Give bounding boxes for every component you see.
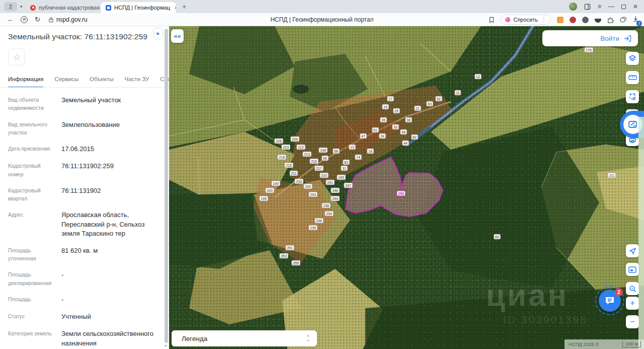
new-tab-button[interactable]: +	[179, 2, 189, 12]
parcel-number-label[interactable]: 63	[426, 101, 433, 107]
yandex-home-icon[interactable]: Я	[21, 16, 28, 23]
parcel-number-label[interactable]: 226	[290, 136, 299, 142]
parcel-number-label[interactable]: 199	[271, 181, 280, 186]
restore-button[interactable]	[621, 5, 626, 9]
extension-icon[interactable]	[595, 19, 601, 23]
parcel-number-label[interactable]: 31	[341, 166, 348, 171]
parcel-number-label[interactable]: 236	[314, 218, 324, 224]
parcel-number-label[interactable]: 38	[405, 117, 412, 123]
extension-icon[interactable]	[570, 17, 576, 23]
parcel-number-label[interactable]: 255	[291, 260, 300, 266]
tab-close-icon[interactable]: ✕	[174, 5, 176, 11]
parcel-number-label[interactable]: 13	[349, 145, 356, 150]
parcel-number-label[interactable]: 35	[380, 117, 387, 123]
parcel-number-label[interactable]: 24	[379, 133, 386, 139]
downloads-button[interactable]: 7	[632, 15, 639, 24]
parcel-number-label[interactable]: 18	[367, 149, 374, 154]
tab-groups-icon[interactable]	[620, 17, 626, 23]
parcel-number-label[interactable]: 195	[259, 196, 268, 201]
browser-menu-icon[interactable]: ≡	[598, 4, 601, 10]
measure-button[interactable]	[626, 71, 639, 84]
parcel-number-label[interactable]: 218	[277, 155, 286, 160]
parcel-number-label[interactable]: 12	[474, 74, 481, 80]
ask-ai-button[interactable]: Спросить ⋮	[501, 15, 551, 25]
tab-information[interactable]: Информация	[8, 73, 43, 88]
tab-counter[interactable]: 2	[4, 2, 17, 11]
login-bar[interactable]: Войти	[542, 30, 638, 46]
close-window-button[interactable]: ✕	[633, 4, 638, 10]
parcel-number-label[interactable]: 251	[285, 245, 294, 251]
panels-icon[interactable]	[584, 4, 591, 10]
parcel-number-label[interactable]: 19	[382, 104, 389, 110]
parcel-number-label[interactable]: 217	[314, 166, 324, 171]
legend-toggle[interactable]: Легенда ⌃⌄	[172, 330, 317, 346]
ask-more-icon[interactable]: ⋮	[541, 17, 546, 23]
parcel-number-label[interactable]: 74	[355, 155, 362, 160]
zoom-in-button[interactable]: +	[626, 297, 639, 310]
parcel-number-label[interactable]: 11	[454, 90, 461, 96]
search-on-map-button[interactable]	[626, 282, 639, 295]
parcel-number-label[interactable]: 240	[303, 184, 312, 189]
parcel-number-label[interactable]: 225	[274, 138, 283, 144]
parcel-number-label[interactable]: 51	[372, 127, 379, 133]
parcel-number-label[interactable]: 244	[331, 196, 340, 201]
parcel-number-label[interactable]: 82	[411, 134, 418, 140]
tab-objects[interactable]: Объекты	[90, 73, 113, 88]
parcel-number-label[interactable]: 216	[309, 159, 318, 164]
bookmark-icon[interactable]	[489, 17, 495, 23]
parcel-number-label[interactable]: 60	[494, 234, 501, 240]
parcel-number-label[interactable]: 58	[333, 149, 340, 154]
parcel-number-label[interactable]: 47	[360, 133, 367, 139]
parcel-number-label[interactable]: 233	[294, 179, 303, 184]
refresh-button[interactable]: ↻	[35, 16, 40, 23]
zoom-out-button[interactable]: −	[626, 315, 639, 328]
map-canvas[interactable]: циан ID 303901398 1761211171925353833514…	[169, 26, 644, 349]
extension-icon[interactable]	[557, 17, 564, 23]
parcel-number-label[interactable]: 21	[414, 106, 421, 111]
parcel-number-label[interactable]: 213	[302, 152, 311, 157]
parcel-number-label[interactable]: 223	[281, 145, 290, 150]
tab-list-chevron-icon[interactable]: ▾	[17, 2, 25, 11]
parcel-number-label[interactable]: 235	[308, 225, 317, 231]
parcel-number-label[interactable]: 66	[321, 156, 329, 161]
minimize-button[interactable]: —	[608, 4, 614, 10]
globe-extension-icon[interactable]	[582, 17, 589, 23]
parcel-number-label[interactable]: 108	[318, 148, 328, 153]
favorite-star-button[interactable]: ☆	[8, 48, 25, 65]
parcel-number-label[interactable]: 176	[584, 47, 593, 53]
parcel-number-label[interactable]: 211	[289, 171, 298, 176]
browser-tab-active[interactable]: НСПД | Геоинформац ✕	[101, 2, 176, 13]
address-bar[interactable]: nspd.gov.ru	[48, 16, 88, 23]
parcel-number-label[interactable]: 215	[284, 163, 293, 168]
parcel-number-label[interactable]: 238	[321, 203, 331, 208]
parcel-number-label[interactable]: 17	[387, 96, 394, 102]
parcel-number-label[interactable]: 44	[402, 141, 409, 146]
parcel-number-label[interactable]: 253	[279, 253, 288, 259]
tabs-scroll-right-button[interactable]: ▶	[153, 28, 163, 39]
profile-avatar[interactable]	[569, 3, 577, 11]
parcel-number-label[interactable]: 25	[393, 108, 400, 114]
parcel-number-label[interactable]: 246	[331, 188, 340, 193]
layers-button[interactable]	[626, 52, 639, 65]
browser-tab-inactive[interactable]: публичная кадастровая к	[25, 2, 101, 13]
parcel-number-label[interactable]: 33	[392, 124, 399, 130]
puzzle-extensions-icon[interactable]	[607, 17, 614, 23]
parcel-number-label[interactable]: 83	[343, 160, 350, 165]
collapse-panel-button[interactable]: ««	[171, 29, 184, 43]
locate-button[interactable]	[626, 244, 639, 257]
parcel-number-label[interactable]: 52	[435, 96, 442, 102]
minimap-button[interactable]	[626, 263, 639, 276]
parcel-number-label[interactable]: 239	[325, 211, 334, 217]
scroll-down-icon[interactable]: ▼	[164, 344, 168, 347]
back-button[interactable]: ←	[7, 16, 14, 23]
parcel-number-label[interactable]: 245	[337, 175, 346, 180]
parcel-number-label[interactable]: 247	[344, 183, 353, 188]
select-area-button[interactable]	[626, 90, 639, 103]
parcel-number-label[interactable]: 45	[400, 129, 407, 135]
parcel-number-label[interactable]: 200	[265, 188, 274, 193]
panel-scrollbar[interactable]	[165, 29, 168, 343]
parcel-number-label[interactable]: 243	[308, 192, 317, 197]
parcel-number-label[interactable]: 210	[319, 173, 329, 178]
tab-services[interactable]: Сервисы	[54, 73, 78, 88]
parcel-number-label[interactable]: 212	[296, 145, 305, 150]
